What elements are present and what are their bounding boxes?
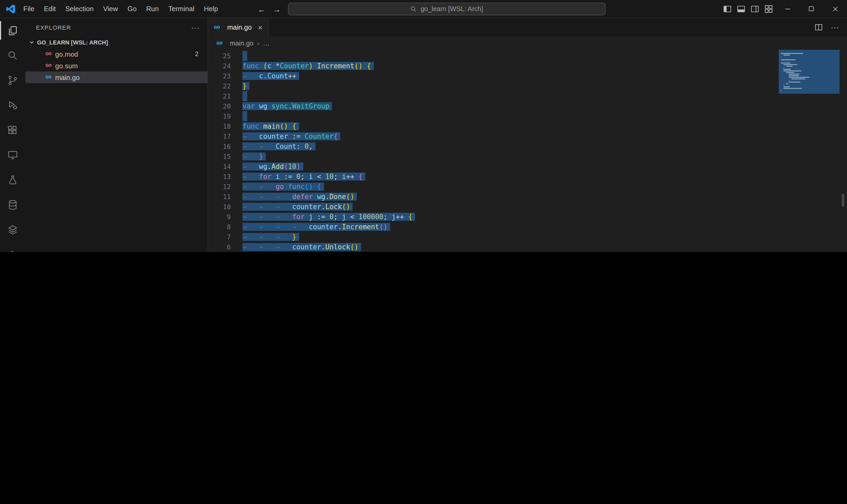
file-row-main-go[interactable]: GOmain.go <box>25 71 208 83</box>
customize-layout-icon[interactable] <box>762 0 776 18</box>
activity-docker-icon[interactable] <box>0 242 25 252</box>
code-line[interactable]: 9→→→for j := 0; j < 100000; j++ { <box>208 212 847 222</box>
activity-explorer-icon[interactable] <box>0 18 25 43</box>
code-line[interactable]: 13→for i := 0; i < 10; i++ { <box>208 172 847 182</box>
minimap[interactable] <box>779 50 840 94</box>
line-content: →→→counter.Lock() <box>242 202 353 212</box>
file-row-go-mod[interactable]: GOgo.mod2 <box>25 48 208 60</box>
code-line[interactable]: 23→c.Count++ <box>208 71 847 81</box>
line-number[interactable]: 10 <box>208 202 238 212</box>
activity-testing-icon[interactable] <box>0 167 25 192</box>
code-token: Increment <box>342 223 379 231</box>
tab-whitespace-arrow: → <box>259 192 276 202</box>
selection-highlight: →→→counter.Unlock() <box>242 243 361 251</box>
line-number[interactable]: 20 <box>208 101 238 111</box>
line-number[interactable]: 13 <box>208 172 238 182</box>
line-content: →→→→counter.Increment() <box>242 222 390 232</box>
nav-forward-button[interactable]: → <box>273 4 281 14</box>
editor-zone: GO main.go × ··· GO main.go › … 2524fu <box>208 18 847 252</box>
code-token: wg <box>317 193 325 201</box>
code-line[interactable]: 19 <box>208 111 847 121</box>
line-number[interactable]: 24 <box>208 61 238 71</box>
code-token <box>313 193 317 201</box>
line-number[interactable]: 9 <box>208 212 238 222</box>
menu-item-edit[interactable]: Edit <box>39 0 60 18</box>
code-editor[interactable]: 2524func (c *Counter) Increment() {23→c.… <box>208 50 847 252</box>
line-number[interactable]: 18 <box>208 121 238 131</box>
code-token: { <box>358 173 363 181</box>
split-editor-icon[interactable] <box>815 23 823 31</box>
tab-main-go[interactable]: GO main.go × <box>208 18 269 37</box>
window-maximize-button[interactable] <box>799 0 823 18</box>
editor-scrollbar-thumb[interactable] <box>842 194 844 206</box>
code-line[interactable]: 11→→→defer wg.Done() <box>208 192 847 202</box>
line-number[interactable]: 14 <box>208 161 238 172</box>
line-number[interactable]: 23 <box>208 71 238 81</box>
line-number[interactable]: 6 <box>208 242 238 252</box>
code-line[interactable]: 8→→→→counter.Increment() <box>208 222 847 232</box>
window-minimize-button[interactable] <box>776 0 799 18</box>
code-token: counter <box>292 243 321 251</box>
activity-run-debug-icon[interactable] <box>0 93 25 118</box>
activity-extensions-icon[interactable] <box>0 118 25 142</box>
sidebar-more-actions-icon[interactable]: ··· <box>191 23 200 32</box>
menu-item-terminal[interactable]: Terminal <box>164 0 199 18</box>
code-line[interactable]: 15→} <box>208 151 847 161</box>
line-number[interactable]: 15 <box>208 151 238 161</box>
nav-back-button[interactable]: ← <box>257 4 266 14</box>
line-number[interactable]: 7 <box>208 232 238 242</box>
code-token: ( <box>263 62 267 70</box>
code-line[interactable]: 14→wg.Add(10) <box>208 161 847 172</box>
tab-whitespace-arrow: → <box>259 222 276 232</box>
menu-item-file[interactable]: File <box>19 0 39 18</box>
tab-close-icon[interactable]: × <box>258 23 262 32</box>
toggle-secondary-sidebar-icon[interactable] <box>748 0 762 18</box>
activity-source-control-icon[interactable] <box>0 68 25 93</box>
line-number[interactable]: 25 <box>208 51 238 61</box>
code-line[interactable]: 24func (c *Counter) Increment() { <box>208 61 847 71</box>
tab-whitespace-arrow: → <box>259 242 276 252</box>
code-line[interactable]: 20var wg sync.WaitGroup <box>208 101 847 111</box>
code-line[interactable]: 25 <box>208 51 847 61</box>
code-line[interactable]: 21 <box>208 91 847 101</box>
code-line[interactable]: 10→→→counter.Lock() <box>208 202 847 212</box>
line-number[interactable]: 21 <box>208 91 238 101</box>
code-line[interactable]: 22} <box>208 81 847 91</box>
menu-item-go[interactable]: Go <box>123 0 142 18</box>
line-number[interactable]: 12 <box>208 182 238 192</box>
line-number[interactable]: 17 <box>208 131 238 141</box>
window-close-button[interactable] <box>823 0 847 18</box>
menu-item-help[interactable]: Help <box>199 0 223 18</box>
breadcrumb[interactable]: GO main.go › … <box>208 37 847 50</box>
line-number[interactable]: 8 <box>208 222 238 232</box>
line-number[interactable]: 11 <box>208 192 238 202</box>
code-line[interactable]: 6→→→counter.Unlock() <box>208 242 847 252</box>
menu-item-view[interactable]: View <box>98 0 123 18</box>
activity-database-icon[interactable] <box>0 192 25 217</box>
explorer-root-folder[interactable]: GO_LEARN [WSL: ARCH] <box>25 37 208 48</box>
activity-search-icon[interactable] <box>0 43 25 68</box>
line-number[interactable]: 16 <box>208 141 238 151</box>
activity-remote-explorer-icon[interactable] <box>0 142 25 167</box>
activity-layers-icon[interactable] <box>0 217 25 242</box>
toggle-panel-icon[interactable] <box>734 0 748 18</box>
editor-more-actions-icon[interactable]: ··· <box>831 22 839 32</box>
code-line[interactable]: 12→→go func() { <box>208 182 847 192</box>
command-center-search[interactable]: go_learn [WSL: Arch] <box>288 3 606 15</box>
line-number[interactable]: 19 <box>208 111 238 121</box>
breadcrumb-file[interactable]: main.go <box>230 39 254 47</box>
code-token: , <box>309 142 313 150</box>
code-line[interactable]: 18func main() { <box>208 121 847 131</box>
toggle-sidebar-icon[interactable] <box>720 0 734 18</box>
code-token: var <box>242 102 255 110</box>
code-line[interactable]: 7→→→} <box>208 232 847 242</box>
line-number[interactable]: 22 <box>208 81 238 91</box>
file-row-go-sum[interactable]: GOgo.sum <box>25 60 208 71</box>
code-line[interactable]: 17→counter := Counter{ <box>208 131 847 141</box>
file-label: main.go <box>55 73 80 81</box>
code-token: j <box>309 213 313 221</box>
breadcrumb-symbol[interactable]: … <box>263 39 270 47</box>
menu-item-run[interactable]: Run <box>141 0 164 18</box>
menu-item-selection[interactable]: Selection <box>60 0 98 18</box>
code-line[interactable]: 16→→Count: 0, <box>208 141 847 151</box>
